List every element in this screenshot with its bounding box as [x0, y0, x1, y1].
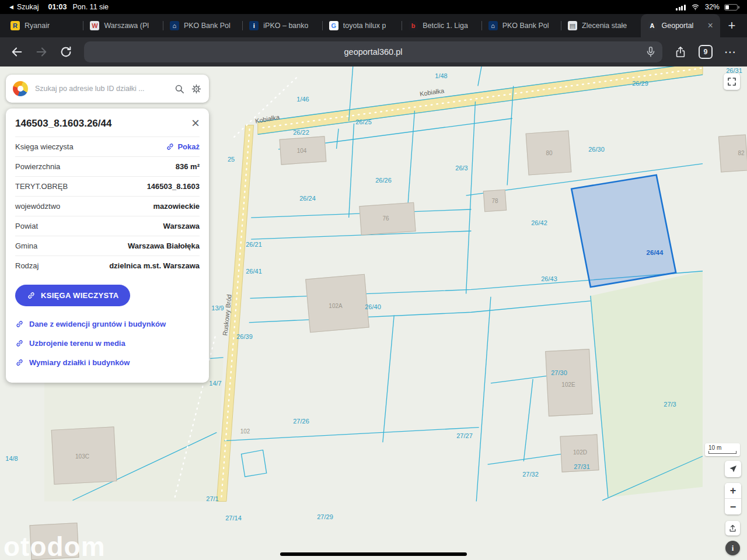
browser-tab-pko-bank[interactable]: ⌂PKO Bank Pol: [163, 14, 242, 37]
parcel-label-26-40[interactable]: 26/40: [365, 303, 381, 310]
attribute-label: Księga wieczysta: [15, 142, 74, 151]
parcel-label-27-31[interactable]: 27/31: [574, 463, 590, 470]
close-tab-icon[interactable]: ×: [704, 20, 713, 31]
building-label-102: 102: [240, 428, 250, 435]
browser-tab-bank[interactable]: ▤Zlecenia stałe: [561, 14, 640, 37]
menu-icon[interactable]: ⋯: [724, 45, 736, 59]
parcel-label-26-29[interactable]: 26/29: [632, 80, 648, 87]
tab-title: toyota hilux p: [343, 22, 386, 30]
zoom-in-button[interactable]: +: [725, 483, 741, 499]
tab-title: Zlecenia stałe: [582, 22, 627, 30]
parcel-label-26-24[interactable]: 26/24: [299, 195, 316, 202]
parcel-label-27-27[interactable]: 27/27: [456, 432, 473, 439]
parcel-label-26-22[interactable]: 26/22: [293, 129, 309, 136]
parcel-label-26-39[interactable]: 26/39: [236, 333, 253, 340]
attribute-row: PowiatWarszawa: [15, 216, 200, 236]
locate-button[interactable]: [725, 461, 741, 477]
status-bar: ◀ Szukaj 01:03 Pon. 11 sie 32%: [0, 0, 747, 14]
back-to-app-icon[interactable]: ◀: [9, 4, 13, 10]
parcel-label-1-48[interactable]: 1/48: [435, 72, 447, 79]
back-button[interactable]: [11, 46, 23, 58]
parcel-label-26-43[interactable]: 26/43: [541, 275, 557, 282]
fullscreen-button[interactable]: [724, 74, 740, 90]
upload-button[interactable]: [725, 521, 740, 536]
parcel-label-26-42[interactable]: 26/42: [531, 219, 547, 226]
attribute-label: Powiat: [15, 222, 38, 230]
search-icon[interactable]: [174, 83, 185, 94]
map-search-bar: [6, 75, 209, 103]
zoom-out-button[interactable]: −: [725, 499, 741, 514]
parcel-label-27-26[interactable]: 27/26: [293, 418, 309, 425]
parcel-label-26-25[interactable]: 26/25: [355, 118, 372, 125]
reload-button[interactable]: [60, 46, 72, 58]
upload-icon: [728, 524, 737, 533]
parcel-label-27-14[interactable]: 27/14: [225, 514, 242, 522]
tab-title: Betclic 1. Liga: [423, 22, 468, 30]
parcel-label-25[interactable]: 25: [228, 156, 235, 163]
browser-tab-google[interactable]: Gtoyota hilux p: [322, 14, 402, 37]
parcel-label-14-7[interactable]: 14/7: [209, 380, 221, 387]
back-to-app-label[interactable]: Szukaj: [17, 3, 39, 11]
parcel-label-26-41[interactable]: 26/41: [246, 268, 262, 275]
browser-tab-warszawa[interactable]: WWarszawa (Pl: [83, 14, 162, 37]
attribute-row: województwomazowieckie: [15, 196, 200, 216]
card-link-0[interactable]: Dane z ewidencji gruntów i budynków: [15, 314, 200, 334]
link-label: Pokaż: [177, 142, 200, 151]
parcel-label-27-3[interactable]: 27/3: [664, 401, 676, 408]
tab-switcher-button[interactable]: 9: [699, 45, 713, 59]
attribute-row: GminaWarszawa Białołęka: [15, 236, 200, 256]
card-link-1[interactable]: Uzbrojenie terenu w media: [15, 334, 200, 353]
parcel-label-26-30[interactable]: 26/30: [588, 146, 605, 153]
parcel-label-26-3[interactable]: 26/3: [455, 164, 467, 172]
close-card-icon[interactable]: ×: [191, 118, 200, 128]
new-tab-button[interactable]: +: [720, 14, 743, 37]
parcel-label-26-21[interactable]: 26/21: [246, 241, 262, 248]
ksiega-wieczysta-button[interactable]: KSIĘGA WIECZYSTA: [15, 285, 130, 306]
card-link-label: Uzbrojenie terenu w media: [29, 339, 125, 348]
map-canvas[interactable]: 1/4826/3126/291/4626/2526/2226/302526/32…: [0, 66, 747, 560]
fullscreen-icon: [727, 76, 737, 87]
parcel-label-27-30[interactable]: 27/30: [551, 369, 567, 376]
parcel-label-14-8[interactable]: 14/8: [5, 455, 18, 462]
browser-tab-ipko[interactable]: iiPKO – banko: [242, 14, 322, 37]
attribute-label: Rodzaj: [15, 261, 39, 270]
pokaz-link[interactable]: Pokaż: [166, 142, 200, 151]
voice-search-icon[interactable]: [644, 46, 657, 58]
building-label-102A: 102A: [329, 303, 342, 309]
attribute-value: 836 m²: [176, 162, 200, 171]
attribute-label: województwo: [15, 202, 60, 211]
building-label-80: 80: [546, 150, 552, 156]
browser-tab-betclic[interactable]: bBetclic 1. Liga: [402, 14, 481, 37]
parcel-label-27-32[interactable]: 27/32: [522, 471, 539, 478]
forward-button[interactable]: [35, 46, 48, 58]
parcel-label-26-44[interactable]: 26/44: [647, 249, 664, 256]
status-time: 01:03: [48, 3, 67, 11]
locate-icon: [728, 464, 738, 474]
parcel-info-card: 146503_8.1603.26/44 × Księga wieczystaPo…: [6, 108, 209, 383]
google-favicon-icon: G: [329, 21, 338, 30]
browser-tab-pko-bank[interactable]: ⌂PKO Bank Pol: [481, 14, 561, 37]
card-link-label: Wymiary działki i budynków: [29, 358, 130, 367]
address-bar[interactable]: geoportal360.pl: [84, 41, 662, 62]
attribute-value: dzielnica m.st. Warszawa: [109, 261, 200, 270]
card-link-2[interactable]: Wymiary działki i budynków: [15, 353, 200, 372]
card-link-label: Dane z ewidencji gruntów i budynków: [29, 320, 166, 328]
url-text: geoportal360.pl: [344, 47, 403, 57]
tab-title: iPKO – banko: [263, 22, 308, 30]
parcel-label-27-29[interactable]: 27/29: [317, 513, 333, 520]
info-button[interactable]: i: [725, 541, 740, 555]
share-icon[interactable]: [674, 46, 687, 58]
home-indicator[interactable]: [280, 552, 467, 556]
pko-bank-favicon-icon: ⌂: [488, 21, 498, 30]
browser-tab-geoportal[interactable]: AGeoportal×: [641, 14, 720, 37]
street-label-2: Ruskowy Bród: [221, 294, 232, 336]
parcel-label-13-9[interactable]: 13/9: [211, 304, 224, 312]
parcel-label-27-1[interactable]: 27/1: [206, 495, 218, 502]
parcel-label-1-46[interactable]: 1/46: [296, 96, 309, 103]
browser-tab-ryanair[interactable]: RRyanair: [4, 14, 83, 37]
search-input[interactable]: [34, 84, 168, 93]
building-label-102D: 102D: [573, 449, 587, 456]
parcel-label-26-26[interactable]: 26/26: [375, 177, 392, 184]
attribute-value: Warszawa: [163, 222, 200, 230]
settings-gear-icon[interactable]: [191, 83, 202, 94]
